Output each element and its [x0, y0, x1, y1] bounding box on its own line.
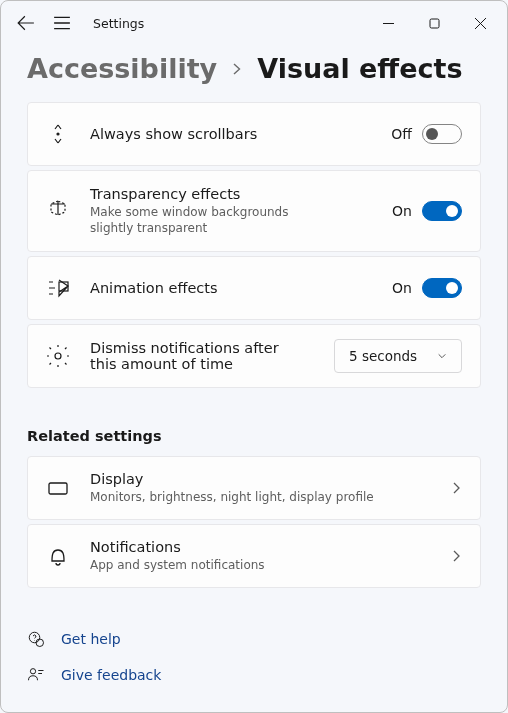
- animation-toggle[interactable]: [422, 278, 462, 298]
- link-label: Give feedback: [61, 667, 161, 683]
- setting-dismiss-notifications: Dismiss notifications after this amount …: [27, 324, 481, 388]
- menu-button[interactable]: [53, 14, 71, 32]
- brightness-icon: [46, 344, 70, 368]
- scrollbars-toggle[interactable]: [422, 124, 462, 144]
- toggle-state-label: Off: [391, 126, 412, 142]
- bell-icon: [46, 544, 70, 568]
- related-subtitle: Monitors, brightness, night light, displ…: [90, 489, 450, 505]
- setting-title: Always show scrollbars: [90, 126, 391, 142]
- transparency-toggle[interactable]: [422, 201, 462, 221]
- related-subtitle: App and system notifications: [90, 557, 450, 573]
- svg-point-5: [29, 633, 40, 644]
- maximize-button[interactable]: [411, 7, 457, 39]
- feedback-icon: [27, 666, 45, 684]
- back-button[interactable]: [17, 14, 35, 32]
- help-icon: [27, 630, 45, 648]
- minimize-button[interactable]: [365, 7, 411, 39]
- breadcrumb-current: Visual effects: [257, 53, 462, 84]
- setting-scrollbars: Always show scrollbars Off: [27, 102, 481, 166]
- setting-title: Dismiss notifications after this amount …: [90, 340, 290, 372]
- dropdown-value: 5 seconds: [349, 348, 417, 364]
- transparency-icon: [46, 199, 70, 223]
- close-button[interactable]: [457, 7, 503, 39]
- setting-subtitle: Make some window backgrounds slightly tr…: [90, 204, 320, 236]
- link-label: Get help: [61, 631, 121, 647]
- svg-point-3: [55, 353, 61, 359]
- chevron-right-icon: [450, 482, 462, 494]
- related-title: Notifications: [90, 539, 450, 555]
- related-display[interactable]: Display Monitors, brightness, night ligh…: [27, 456, 481, 520]
- svg-point-6: [36, 639, 44, 647]
- setting-transparency: Transparency effects Make some window ba…: [27, 170, 481, 252]
- setting-title: Transparency effects: [90, 186, 392, 202]
- svg-rect-0: [430, 19, 439, 28]
- toggle-state-label: On: [392, 280, 412, 296]
- chevron-right-icon: [450, 550, 462, 562]
- svg-rect-4: [49, 483, 67, 494]
- related-notifications[interactable]: Notifications App and system notificatio…: [27, 524, 481, 588]
- display-icon: [46, 476, 70, 500]
- setting-animation: Animation effects On: [27, 256, 481, 320]
- chevron-right-icon: [231, 59, 243, 79]
- get-help-link[interactable]: Get help: [27, 630, 481, 648]
- toggle-state-label: On: [392, 203, 412, 219]
- chevron-down-icon: [437, 351, 447, 361]
- breadcrumb-parent[interactable]: Accessibility: [27, 53, 217, 84]
- breadcrumb: Accessibility Visual effects: [1, 45, 507, 102]
- titlebar: Settings: [1, 1, 507, 45]
- svg-point-1: [57, 133, 59, 135]
- svg-point-7: [30, 669, 35, 674]
- setting-title: Animation effects: [90, 280, 392, 296]
- related-title: Display: [90, 471, 450, 487]
- give-feedback-link[interactable]: Give feedback: [27, 666, 481, 684]
- window-title: Settings: [93, 16, 144, 31]
- animation-icon: [46, 276, 70, 300]
- scrollbars-icon: [46, 122, 70, 146]
- dismiss-time-dropdown[interactable]: 5 seconds: [334, 339, 462, 373]
- related-settings-heading: Related settings: [27, 428, 481, 444]
